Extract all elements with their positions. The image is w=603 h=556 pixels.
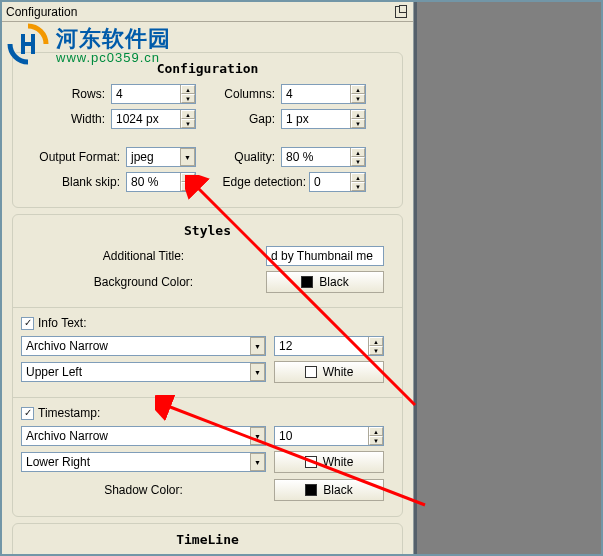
blank-skip-label: Blank skip: [21, 175, 126, 189]
info-font-select[interactable]: Archivo Narrow▼ [21, 336, 266, 356]
styles-title: Styles [21, 223, 394, 238]
chevron-down-icon: ▼ [250, 337, 265, 355]
bg-color-label: Background Color: [21, 275, 266, 289]
bg-color-button[interactable]: Black [266, 271, 384, 293]
configuration-group: Configuration Rows: 4▲▼ Columns: 4▲▼ Wid… [12, 52, 403, 208]
columns-input[interactable]: 4▲▼ [281, 84, 366, 104]
spinner-icon: ▲▼ [368, 337, 383, 355]
spinner-icon: ▲▼ [180, 173, 195, 191]
spinner-icon: ▲▼ [350, 110, 365, 128]
info-text-checkbox[interactable]: ✓ [21, 317, 34, 330]
gap-label: Gap: [196, 112, 281, 126]
info-text-label: Info Text: [38, 316, 86, 330]
spinner-icon: ▲▼ [180, 110, 195, 128]
chevron-down-icon: ▼ [250, 363, 265, 381]
quality-input[interactable]: 80 %▲▼ [281, 147, 366, 167]
quality-label: Quality: [196, 150, 281, 164]
ts-font-select[interactable]: Archivo Narrow▼ [21, 426, 266, 446]
output-format-select[interactable]: jpeg▼ [126, 147, 196, 167]
canvas-area [414, 2, 601, 554]
info-color-button[interactable]: White [274, 361, 384, 383]
shadow-color-button[interactable]: Black [274, 479, 384, 501]
chevron-down-icon: ▼ [250, 453, 265, 471]
spinner-icon: ▲▼ [180, 85, 195, 103]
site-logo-icon [6, 22, 50, 66]
panel-title: Configuration [6, 5, 395, 19]
additional-title-input[interactable]: d by Thumbnail me [266, 246, 384, 266]
ts-position-select[interactable]: Lower Right▼ [21, 452, 266, 472]
spinner-icon: ▲▼ [350, 85, 365, 103]
additional-title-label: Additional Title: [21, 249, 266, 263]
info-position-select[interactable]: Upper Left▼ [21, 362, 266, 382]
panel-header: Configuration [2, 2, 413, 22]
spinner-icon: ▲▼ [350, 173, 365, 191]
gap-input[interactable]: 1 px▲▼ [281, 109, 366, 129]
chevron-down-icon: ▼ [180, 148, 195, 166]
timestamp-checkbox[interactable]: ✓ [21, 407, 34, 420]
shadow-color-label: Shadow Color: [21, 483, 266, 497]
spinner-icon: ▲▼ [350, 148, 365, 166]
columns-label: Columns: [196, 87, 281, 101]
chevron-down-icon: ▼ [250, 427, 265, 445]
styles-group: Styles Additional Title: d by Thumbnail … [12, 214, 403, 517]
timeline-title: TimeLine [21, 532, 394, 547]
spinner-icon: ▲▼ [368, 427, 383, 445]
rows-label: Rows: [21, 87, 111, 101]
timeline-group: TimeLine [12, 523, 403, 554]
dock-icon[interactable] [395, 6, 407, 18]
watermark-url: www.pc0359.cn [56, 50, 160, 65]
width-input[interactable]: 1024 px▲▼ [111, 109, 196, 129]
width-label: Width: [21, 112, 111, 126]
edge-detection-input[interactable]: 0▲▼ [309, 172, 366, 192]
info-size-input[interactable]: 12▲▼ [274, 336, 384, 356]
rows-input[interactable]: 4▲▼ [111, 84, 196, 104]
ts-size-input[interactable]: 10▲▼ [274, 426, 384, 446]
timestamp-label: Timestamp: [38, 406, 100, 420]
edge-detection-label: Edge detection: [196, 175, 309, 189]
blank-skip-input[interactable]: 80 %▲▼ [126, 172, 196, 192]
ts-color-button[interactable]: White [274, 451, 384, 473]
output-format-label: Output Format: [21, 150, 126, 164]
svg-rect-2 [21, 42, 35, 46]
